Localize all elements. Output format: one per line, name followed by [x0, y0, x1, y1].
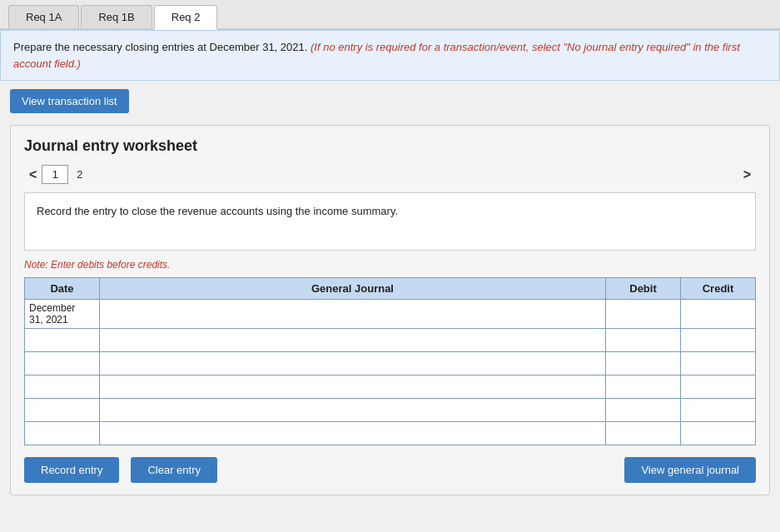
journal-cell-2[interactable]	[100, 352, 606, 375]
table-row	[25, 399, 756, 422]
journal-input-4[interactable]	[103, 400, 602, 420]
tabs-bar: Req 1A Req 1B Req 2	[0, 0, 780, 30]
date-cell-1[interactable]	[25, 329, 100, 352]
current-page: 1	[42, 165, 68, 184]
debit-input-2[interactable]	[609, 354, 677, 373]
table-row	[25, 375, 756, 399]
date-cell-4[interactable]	[25, 399, 100, 422]
debit-cell-0[interactable]	[606, 300, 681, 329]
view-general-journal-button[interactable]: View general journal	[624, 457, 756, 483]
credit-input-0[interactable]	[684, 301, 752, 326]
next-page-button[interactable]: >	[738, 166, 756, 184]
date-input-5[interactable]	[28, 424, 96, 443]
bottom-buttons: Record entry Clear entry View general jo…	[24, 457, 756, 483]
credit-input-4[interactable]	[684, 400, 752, 420]
header-debit: Debit	[606, 278, 681, 300]
tab-req2[interactable]: Req 2	[154, 5, 218, 30]
credit-cell-1[interactable]	[681, 329, 756, 352]
credit-cell-3[interactable]	[681, 375, 756, 399]
credit-input-5[interactable]	[684, 424, 752, 443]
journal-input-5[interactable]	[103, 424, 602, 443]
instructions-banner: Prepare the necessary closing entries at…	[0, 30, 780, 81]
debit-cell-2[interactable]	[606, 352, 681, 375]
debit-cell-4[interactable]	[606, 399, 681, 422]
debit-cell-3[interactable]	[606, 375, 681, 399]
credit-input-1[interactable]	[684, 331, 752, 350]
journal-cell-3[interactable]	[100, 375, 606, 399]
credit-input-3[interactable]	[684, 377, 752, 396]
debit-input-3[interactable]	[609, 377, 677, 396]
total-pages[interactable]: 2	[68, 166, 91, 183]
debit-input-0[interactable]	[609, 301, 677, 326]
view-transaction-list-button[interactable]: View transaction list	[10, 89, 129, 113]
table-row: December31, 2021	[25, 300, 756, 329]
credit-cell-5[interactable]	[681, 422, 756, 445]
credit-cell-4[interactable]	[681, 399, 756, 422]
prev-page-button[interactable]: <	[24, 166, 42, 184]
journal-input-0[interactable]	[103, 301, 602, 326]
clear-entry-button[interactable]: Clear entry	[131, 457, 217, 483]
journal-table: Date General Journal Debit Credit Decemb…	[24, 277, 756, 445]
tab-req1a[interactable]: Req 1A	[8, 5, 79, 28]
credit-input-2[interactable]	[684, 354, 752, 373]
worksheet-container: Journal entry worksheet < 1 2 > Record t…	[10, 125, 770, 495]
table-row	[25, 422, 756, 445]
table-row	[25, 329, 756, 352]
worksheet-title: Journal entry worksheet	[24, 137, 756, 155]
instructions-main: Prepare the necessary closing entries at…	[13, 41, 307, 53]
header-date: Date	[25, 278, 100, 300]
header-journal: General Journal	[100, 278, 606, 300]
debit-input-5[interactable]	[609, 424, 677, 443]
date-cell-0: December31, 2021	[25, 300, 100, 329]
date-input-4[interactable]	[28, 400, 96, 420]
journal-cell-1[interactable]	[100, 329, 606, 352]
header-credit: Credit	[681, 278, 756, 300]
pagination: < 1 2 >	[24, 165, 756, 184]
date-input-1[interactable]	[28, 331, 96, 350]
date-cell-3[interactable]	[25, 375, 100, 399]
journal-input-3[interactable]	[103, 377, 602, 396]
debit-input-1[interactable]	[609, 331, 677, 350]
date-cell-5[interactable]	[25, 422, 100, 445]
note-text: Note: Enter debits before credits.	[24, 259, 756, 271]
date-input-2[interactable]	[28, 354, 96, 373]
journal-cell-0[interactable]	[100, 300, 606, 329]
record-entry-button[interactable]: Record entry	[24, 457, 119, 483]
debit-cell-5[interactable]	[606, 422, 681, 445]
debit-input-4[interactable]	[609, 400, 677, 420]
instruction-box: Record the entry to close the revenue ac…	[24, 192, 756, 251]
credit-cell-2[interactable]	[681, 352, 756, 375]
journal-input-1[interactable]	[103, 331, 602, 350]
credit-cell-0[interactable]	[681, 300, 756, 329]
tab-req1b[interactable]: Req 1B	[81, 5, 152, 28]
date-input-3[interactable]	[28, 377, 96, 396]
journal-cell-5[interactable]	[100, 422, 606, 445]
debit-cell-1[interactable]	[606, 329, 681, 352]
journal-input-2[interactable]	[103, 354, 602, 373]
table-row	[25, 352, 756, 375]
journal-cell-4[interactable]	[100, 399, 606, 422]
date-cell-2[interactable]	[25, 352, 100, 375]
instruction-text: Record the entry to close the revenue ac…	[37, 205, 398, 217]
